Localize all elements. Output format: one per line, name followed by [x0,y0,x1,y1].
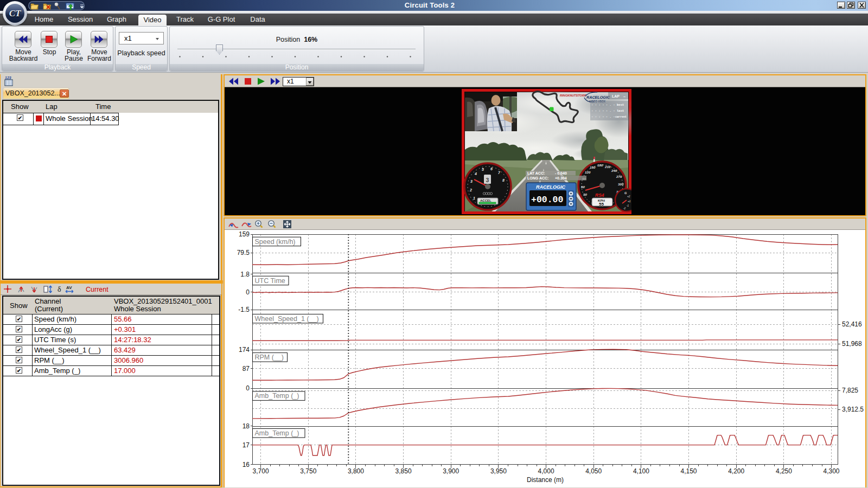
svg-text:–: – [623,94,626,98]
svg-text:3,800: 3,800 [348,467,364,475]
svg-text:Amb_Temp (_): Amb_Temp (_) [255,392,299,400]
svg-text:4,150: 4,150 [680,467,697,475]
svg-text:1.8: 1.8 [240,271,250,278]
svg-text:159: 159 [239,230,250,238]
svg-text:RACELOGIC: RACELOGIC [586,95,610,100]
svg-text:ACCEL: ACCEL [480,199,492,202]
svg-text:0: 0 [246,384,250,392]
svg-text:- 0.040: - 0.040 [555,171,567,175]
svg-text:4,250: 4,250 [776,467,792,475]
svg-text:+00.00: +00.00 [531,195,563,205]
svg-text:4,100: 4,100 [633,467,649,475]
svg-text:RS4: RS4 [595,192,604,198]
svg-text:+0.304: +0.304 [555,176,567,180]
svg-text:87: 87 [242,365,250,373]
svg-text:δ: δ [58,285,61,293]
svg-text:30: 30 [583,192,587,196]
svg-text:Speed (km/h): Speed (km/h) [255,238,296,246]
svg-text:79.5: 79.5 [237,249,250,256]
svg-text:AV: AV [66,285,72,290]
svg-text:3,950: 3,950 [490,467,507,475]
svg-text:240: 240 [611,169,617,172]
svg-text:0: 0 [246,288,250,296]
svg-text:52,416: 52,416 [842,320,862,328]
svg-text:210: 210 [604,165,611,169]
svg-text:RACELOGIC: RACELOGIC [536,184,566,190]
svg-text:G: G [624,191,627,195]
svg-text:-1: -1 [627,204,629,207]
svg-text:51,968: 51,968 [842,340,862,348]
svg-text:4,000: 4,000 [538,467,554,475]
svg-text:1: 1 [473,196,475,200]
svg-text:150: 150 [590,165,596,169]
svg-text:LAT ACC:: LAT ACC: [527,171,545,175]
svg-text:270: 270 [616,175,622,178]
svg-text:4,050: 4,050 [585,467,602,475]
svg-text:3: 3 [470,179,473,183]
svg-text:55: 55 [599,202,604,207]
svg-text:17: 17 [242,441,250,449]
svg-text:last: last [617,109,624,113]
svg-text:-1.5: -1.5 [238,306,250,313]
svg-text:300: 300 [618,182,624,186]
svg-text:3,750: 3,750 [300,467,316,475]
svg-text:RPM (__): RPM (__) [255,354,284,361]
svg-text:LAP: LAP [612,94,620,98]
svg-text:2: 2 [469,188,472,192]
svg-text:- - : - - . - -: - - : - - . - - [591,103,618,107]
svg-text:4,300: 4,300 [823,467,839,475]
svg-text:-2: -2 [623,207,626,210]
svg-text:+2: +2 [627,195,630,198]
svg-text:8: 8 [502,178,505,182]
svg-text:3,700: 3,700 [253,467,269,475]
svg-text:6: 6 [490,167,493,171]
svg-text:Amb_Temp (_): Amb_Temp (_) [255,429,299,437]
svg-text:Distance (m): Distance (m) [527,476,564,484]
svg-text:RINGKNUTSTORP: RINGKNUTSTORP [560,94,586,97]
svg-text:best: best [617,103,624,107]
svg-text:123: 123 [5,76,11,80]
svg-text:- - : - - . - -: - - : - - . - - [591,109,618,113]
svg-text:7,825: 7,825 [842,387,858,394]
svg-text:120: 120 [585,170,591,174]
svg-text:3,850: 3,850 [395,467,412,475]
svg-text:- - : - - . - -: - - : - - . - - [591,115,618,119]
svg-text:LONG ACC:: LONG ACC: [527,176,548,180]
svg-text:5: 5 [482,168,484,171]
svg-text:current: current [615,115,627,119]
svg-text:18: 18 [242,422,250,430]
svg-text:Wheel_Speed_1 (__): Wheel_Speed_1 (__) [255,315,319,323]
svg-text:+1: +1 [628,200,631,203]
svg-text:3,900: 3,900 [443,467,459,475]
svg-text:60: 60 [581,185,585,189]
svg-text:3,912.5: 3,912.5 [842,406,864,413]
svg-text:4,200: 4,200 [728,467,744,475]
svg-text:3: 3 [486,177,489,183]
svg-text:16: 16 [242,461,250,468]
svg-text:180: 180 [597,163,603,167]
svg-text:UTC Time: UTC Time [255,277,285,285]
svg-text:4: 4 [474,172,477,176]
svg-text:174: 174 [239,346,250,354]
